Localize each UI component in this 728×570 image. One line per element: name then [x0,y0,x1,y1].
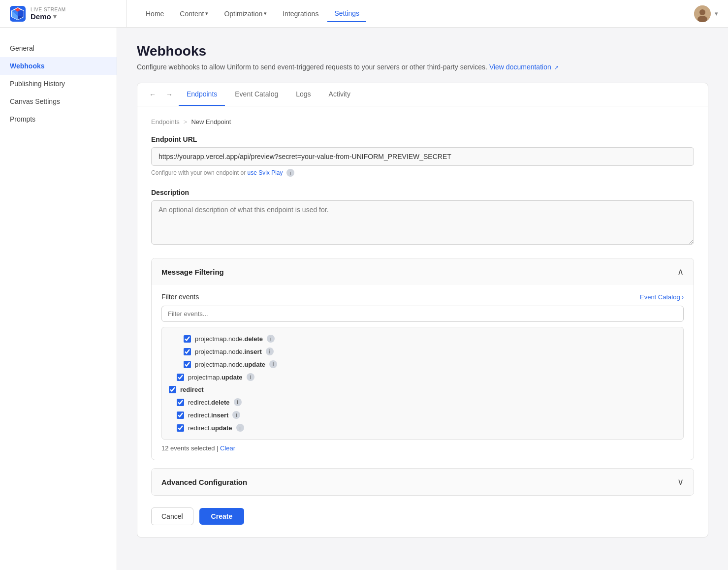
nav-optimization[interactable]: Optimization ▾ [217,6,274,22]
list-item: projectmap.node.insert i [169,345,676,358]
event-name-redirect: redirect [180,386,204,393]
event-info-icon[interactable]: i [234,398,242,406]
tab-endpoints[interactable]: Endpoints [179,83,225,106]
expand-icon: ∨ [677,476,684,487]
create-button[interactable]: Create [199,508,245,525]
description-input[interactable] [151,200,694,245]
tab-activity[interactable]: Activity [321,83,358,106]
event-checkbox-redirect-insert[interactable] [177,412,184,419]
event-name-redirect-delete: redirect.delete [188,399,230,406]
sidebar-item-publishing-history[interactable]: Publishing History [0,75,117,93]
page-title: Webhooks [137,43,708,59]
tabs-bar: ← → Endpoints Event Catalog Logs Activit… [137,83,708,106]
event-checkbox-redirect-delete[interactable] [177,399,184,406]
svg-point-8 [699,9,705,15]
advanced-configuration-header[interactable]: Advanced Configuration ∨ [152,469,694,495]
user-avatar[interactable] [694,5,711,22]
endpoint-url-label: Endpoint URL [151,135,694,143]
card-body: Endpoints > New Endpoint Endpoint URL Co… [137,106,708,537]
breadcrumb-parent-link[interactable]: Endpoints [151,118,180,126]
filter-events-input[interactable] [161,306,684,322]
endpoint-hint: Configure with your own endpoint or use … [151,169,694,177]
breadcrumb: Endpoints > New Endpoint [151,118,694,126]
events-list: projectmap.node.delete i projectmap.node… [161,327,684,440]
view-documentation-link[interactable]: View documentation ↗ [489,63,559,71]
live-stream-label: LIVE STREAM [31,7,66,12]
nav-settings[interactable]: Settings [327,5,366,22]
filter-events-row: Filter events Event Catalog › [161,293,684,301]
message-filtering-header[interactable]: Message Filtering ∧ [152,258,694,285]
form-actions: Cancel Create [151,507,694,525]
logo-text: LIVE STREAM Demo ▾ [31,7,66,21]
tab-event-catalog[interactable]: Event Catalog [227,83,286,106]
filter-events-label: Filter events [161,293,199,301]
avatar-image [694,5,711,22]
nav-integrations[interactable]: Integrations [276,6,325,22]
external-link-icon: ↗ [554,64,559,70]
event-info-icon[interactable]: i [267,335,275,343]
cancel-button[interactable]: Cancel [151,507,193,525]
endpoint-url-input[interactable] [151,147,694,166]
event-info-icon[interactable]: i [266,348,274,355]
event-checkbox-projectmap-node-delete[interactable] [184,335,191,343]
nav-home[interactable]: Home [139,6,171,22]
event-name-projectmap-node-delete: projectmap.node.delete [195,335,263,343]
tab-logs[interactable]: Logs [288,83,318,106]
page-subtitle: Configure webhooks to allow Uniform to s… [137,63,708,71]
svix-info-icon[interactable]: i [286,169,294,177]
events-summary: 12 events selected | Clear [161,444,684,452]
clear-link[interactable]: Clear [220,444,235,452]
endpoint-url-section: Endpoint URL Configure with your own end… [151,135,694,177]
logo-icon [10,6,26,22]
advanced-configuration-section: Advanced Configuration ∨ [151,468,694,496]
sidebar-item-canvas-settings[interactable]: Canvas Settings [0,93,117,110]
event-name-projectmap-node-update: projectmap.node.update [195,361,265,368]
list-item: redirect [169,383,676,396]
demo-chevron-icon[interactable]: ▾ [53,13,57,20]
nav-right: ▾ [694,5,718,22]
sidebar-item-general[interactable]: General [0,39,117,57]
event-info-icon[interactable]: i [232,411,240,419]
event-info-icon[interactable]: i [269,360,277,368]
event-name-redirect-update: redirect.update [188,424,232,432]
tab-prev-button[interactable]: ← [145,84,160,105]
list-item: projectmap.node.delete i [169,332,676,345]
list-item: projectmap.update i [169,371,676,383]
main-content: Webhooks Configure webhooks to allow Uni… [117,28,728,570]
nav-links: Home Content ▾ Optimization ▾ Integratio… [127,5,694,22]
list-item: redirect.insert i [169,409,676,421]
tab-next-button[interactable]: → [162,84,177,105]
list-item: redirect.update i [169,421,676,434]
event-checkbox-projectmap-update[interactable] [177,374,184,381]
breadcrumb-separator: > [184,118,188,126]
logo-area: LIVE STREAM Demo ▾ [10,0,127,27]
event-name-projectmap-update: projectmap.update [188,374,243,381]
sidebar-item-webhooks[interactable]: Webhooks [0,57,117,75]
user-chevron-icon[interactable]: ▾ [715,10,718,17]
event-catalog-link[interactable]: Event Catalog › [640,293,684,301]
breadcrumb-current: New Endpoint [191,118,231,126]
list-item: redirect.delete i [169,396,676,409]
advanced-configuration-title: Advanced Configuration [161,478,247,486]
event-checkbox-projectmap-node-insert[interactable] [184,348,191,355]
content-chevron-icon: ▾ [205,10,208,17]
event-checkbox-redirect-update[interactable] [177,424,184,432]
top-nav: LIVE STREAM Demo ▾ Home Content ▾ Optimi… [0,0,728,28]
app-layout: General Webhooks Publishing History Canv… [0,28,728,570]
event-info-icon[interactable]: i [236,424,244,432]
webhooks-card: ← → Endpoints Event Catalog Logs Activit… [137,83,708,538]
event-info-icon[interactable]: i [247,373,254,381]
nav-content[interactable]: Content ▾ [173,6,215,22]
message-filtering-body: Filter events Event Catalog › proje [152,285,694,460]
description-label: Description [151,189,694,196]
event-checkbox-redirect[interactable] [169,386,176,393]
sidebar-item-prompts[interactable]: Prompts [0,110,117,128]
event-catalog-chevron-icon: › [682,293,684,301]
collapse-icon: ∧ [677,266,684,277]
list-item: projectmap.node.update i [169,358,676,371]
sidebar: General Webhooks Publishing History Canv… [0,28,117,570]
svix-play-link[interactable]: use Svix Play [247,169,284,176]
message-filtering-section: Message Filtering ∧ Filter events Event … [151,258,694,460]
event-checkbox-projectmap-node-update[interactable] [184,361,191,368]
event-name-redirect-insert: redirect.insert [188,412,228,419]
